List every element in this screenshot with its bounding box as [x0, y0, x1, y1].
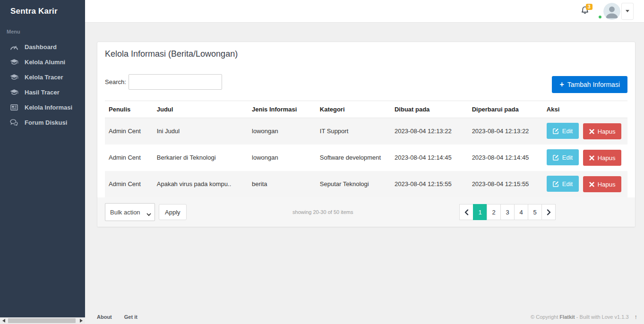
search-label: Search:	[105, 78, 126, 85]
page-button-3[interactable]: 3	[500, 204, 515, 220]
table-row: Admin Cent Berkarier di Teknologi lowong…	[105, 145, 627, 171]
page-button-5[interactable]: 5	[528, 204, 542, 220]
chevron-down-icon	[626, 10, 629, 12]
col-header-dibuat: Dibuat pada	[391, 101, 468, 118]
cell-jenis: lowongan	[248, 118, 316, 145]
sidebar-item-label: Hasil Tracer	[25, 89, 60, 96]
delete-button[interactable]: Hapus	[583, 123, 622, 139]
app-brand: Sentra Karir	[0, 0, 85, 23]
sidebar-item-dashboard[interactable]: Dashboard	[0, 39, 85, 54]
bulk-action-select[interactable]: Bulk action	[105, 203, 155, 221]
avatar[interactable]	[603, 3, 620, 20]
cell-dibuat: 2023-08-04 12:14:45	[391, 145, 468, 171]
cell-penulis: Admin Cent	[105, 118, 153, 145]
search-input[interactable]	[129, 74, 222, 90]
sidebar-item-kelola-informasi[interactable]: Kelola Informasi	[0, 100, 85, 115]
apply-button[interactable]: Apply	[159, 204, 187, 220]
back-to-top-arrow-icon[interactable]: ↑	[635, 313, 638, 320]
notifications-button[interactable]: 3	[581, 6, 591, 17]
sidebar-item-kelola-alumni[interactable]: Kelola Alumni	[0, 54, 85, 69]
next-page-button[interactable]	[541, 204, 556, 220]
sidebar-item-label: Kelola Informasi	[25, 104, 72, 111]
showing-items-text: showing 20-30 of 50 items	[187, 209, 459, 215]
copyright-suffix: - Built with Love v1.1.3	[576, 314, 629, 320]
cell-diperbarui: 2023-08-04 12:13:22	[468, 118, 543, 145]
edit-button[interactable]: Edit	[547, 176, 579, 192]
cell-kategori: Seputar Teknologi	[316, 171, 391, 197]
cell-kategori: Software development	[316, 145, 391, 171]
cell-judul: Berkarier di Teknologi	[153, 145, 248, 171]
graduation-cap-icon	[9, 89, 18, 95]
table-row: Admin Cent Ini Judul lowongan IT Support…	[105, 118, 627, 145]
page-button-2[interactable]: 2	[487, 204, 501, 220]
sidebar-item-forum-diskusi[interactable]: Forum Diskusi	[0, 115, 85, 130]
page-button-1[interactable]: 1	[473, 204, 487, 220]
col-header-penulis: Penulis	[105, 101, 153, 118]
edit-label: Edit	[562, 128, 573, 135]
graduation-cap-icon	[9, 59, 18, 65]
copyright-brand: Flatkit	[559, 314, 575, 320]
col-header-diperbarui: Diperbarui pada	[468, 101, 543, 118]
sidebar-item-kelola-tracer[interactable]: Kelola Tracer	[0, 69, 85, 85]
add-button-label: Tambah Informasi	[567, 81, 620, 88]
chevron-right-icon	[547, 209, 551, 215]
page-button-4[interactable]: 4	[514, 204, 528, 220]
col-header-aksi: Aksi	[543, 101, 627, 118]
sidebar-nav: Dashboard Kelola Alumni Kelola Tracer Ha…	[0, 39, 85, 130]
plus-icon: +	[559, 81, 564, 88]
prev-page-button[interactable]	[459, 204, 473, 220]
delete-button[interactable]: Hapus	[583, 150, 622, 166]
bell-icon	[581, 9, 589, 17]
graduation-cap-icon	[9, 74, 18, 80]
edit-label: Edit	[562, 180, 573, 188]
col-header-kategori: Kategori	[316, 101, 391, 118]
chevron-left-icon	[464, 209, 469, 215]
dashboard-icon	[9, 44, 18, 50]
copyright-prefix: © Copyright	[531, 314, 558, 320]
scrollbar-thumb[interactable]	[8, 318, 76, 323]
edit-button[interactable]: Edit	[547, 149, 579, 165]
topbar: 3	[85, 0, 644, 23]
table-row: Admin Cent Apakah virus pada kompu.. ber…	[105, 171, 627, 197]
cell-penulis: Admin Cent	[105, 145, 153, 171]
sidebar-item-label: Kelola Tracer	[25, 74, 63, 81]
sidebar-item-label: Kelola Alumni	[25, 59, 65, 66]
add-information-button[interactable]: + Tambah Informasi	[552, 76, 627, 93]
cell-dibuat: 2023-08-04 12:13:22	[391, 118, 468, 145]
pagination: 1 2 3 4 5	[459, 204, 556, 220]
scroll-left-arrow-icon[interactable]	[2, 319, 5, 323]
sidebar-item-hasil-tracer[interactable]: Hasil Tracer	[0, 85, 85, 100]
sidebar-item-label: Dashboard	[25, 43, 57, 51]
cell-judul: Ini Judul	[153, 118, 248, 145]
horizontal-scrollbar[interactable]	[0, 317, 85, 324]
delete-label: Hapus	[598, 128, 616, 135]
delete-label: Hapus	[598, 154, 616, 162]
get-it-link[interactable]: Get it	[124, 314, 137, 320]
menu-section-label: Menu	[7, 29, 85, 34]
cell-diperbarui: 2023-08-04 12:15:55	[468, 171, 543, 197]
notification-badge: 3	[586, 4, 592, 10]
cell-penulis: Admin Cent	[105, 171, 153, 197]
cell-judul: Apakah virus pada kompu..	[153, 171, 248, 197]
cell-diperbarui: 2023-08-04 12:14:45	[468, 145, 543, 171]
copyright-text: © Copyright Flatkit - Built with Love v1…	[531, 314, 628, 320]
cell-jenis: berita	[248, 171, 316, 197]
scroll-right-arrow-icon[interactable]	[80, 319, 83, 323]
online-status-dot	[598, 15, 602, 19]
sidebar: Sentra Karir Menu Dashboard Kelola Alumn…	[0, 0, 85, 317]
table-header-row: Penulis Judul Jenis Informasi Kategori D…	[105, 101, 627, 118]
page-title: Kelola Informasi (Berita/Lowongan)	[97, 42, 635, 59]
about-link[interactable]: About	[97, 314, 112, 320]
col-header-judul: Judul	[153, 101, 248, 118]
user-menu-button[interactable]	[621, 3, 634, 20]
delete-button[interactable]: Hapus	[583, 176, 622, 192]
delete-label: Hapus	[598, 181, 616, 188]
cell-kategori: IT Support	[316, 118, 391, 145]
toolbar: Search: + Tambah Informasi	[97, 59, 635, 93]
newspaper-icon	[9, 104, 18, 111]
edit-button[interactable]: Edit	[547, 123, 579, 139]
page-footer: About Get it © Copyright Flatkit - Built…	[97, 313, 637, 320]
table-footer-bar: Bulk action Apply showing 20-30 of 50 it…	[97, 197, 635, 227]
cell-jenis: lowongan	[248, 145, 316, 171]
edit-label: Edit	[562, 154, 573, 161]
